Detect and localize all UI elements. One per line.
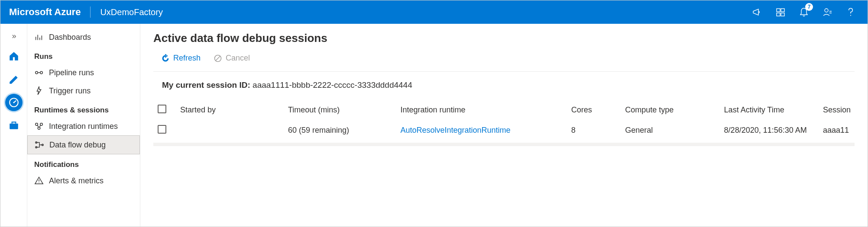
tenant[interactable]: UxDemoFactory [91, 7, 162, 17]
nav-rail: » [0, 24, 27, 227]
pipeline-icon [34, 68, 44, 77]
toolbar: Refresh Cancel [153, 52, 855, 70]
session-id-label: My current session ID: [162, 80, 250, 90]
monitor-icon[interactable] [5, 94, 23, 111]
sidebar-item-pipeline-runs[interactable]: Pipeline runs [27, 64, 140, 82]
refresh-button[interactable]: Refresh [161, 54, 201, 63]
sidebar-label: Integration runtimes [49, 122, 118, 131]
home-icon[interactable] [5, 47, 23, 65]
cell-session: aaaa11 [819, 119, 855, 142]
sidebar-label: Alerts & metrics [49, 176, 104, 185]
sidebar: Dashboards Runs Pipeline runs Trigger ru… [27, 24, 140, 227]
svg-point-9 [36, 71, 38, 74]
sidebar-item-dashboards[interactable]: Dashboards [27, 28, 140, 46]
cancel-label: Cancel [226, 54, 250, 63]
sidebar-label: Pipeline runs [49, 68, 94, 77]
ir-icon [34, 121, 44, 131]
table-row[interactable]: 60 (59 remaining) AutoResolveIntegration… [153, 119, 855, 142]
cell-compute-type: General [621, 119, 719, 142]
svg-rect-0 [777, 9, 780, 12]
col-integration-runtime[interactable]: Integration runtime [396, 101, 567, 119]
sidebar-label: Dashboards [49, 33, 91, 42]
divider [153, 71, 855, 72]
cell-timeout: 60 (59 remaining) [284, 119, 396, 142]
select-all-checkbox[interactable] [158, 105, 166, 113]
svg-rect-2 [777, 13, 780, 16]
sidebar-item-data-flow-debug[interactable]: Data flow debug [27, 135, 140, 154]
notification-badge: 7 [805, 3, 813, 11]
sidebar-label: Trigger runs [49, 86, 91, 96]
sidebar-item-integration-runtimes[interactable]: Integration runtimes [27, 117, 140, 135]
account-icon[interactable] [816, 0, 839, 24]
session-id-value: aaaa1111-bbbb-2222-ccccc-3333dddd4444 [253, 80, 412, 90]
brand: Microsoft Azure [9, 6, 91, 18]
cell-last-activity: 8/28/2020, 11:56:30 AM [720, 119, 819, 142]
top-bar: Microsoft Azure UxDemoFactory 7 [0, 0, 868, 24]
trigger-icon [34, 86, 44, 96]
chart-icon [34, 32, 44, 42]
refresh-label: Refresh [173, 54, 201, 63]
col-compute-type[interactable]: Compute type [621, 101, 719, 119]
help-icon[interactable] [839, 0, 862, 24]
manage-icon[interactable] [5, 116, 23, 134]
svg-point-4 [825, 9, 828, 12]
cell-started-by [176, 119, 284, 142]
svg-point-13 [38, 127, 40, 130]
expand-rail-icon[interactable]: » [0, 27, 27, 45]
dataflow-icon [35, 140, 44, 150]
row-checkbox[interactable] [158, 125, 166, 134]
cancel-icon [214, 54, 222, 63]
page-title: Active data flow debug sessions [153, 32, 855, 45]
sessions-table: Started by Timeout (mins) Integration ru… [153, 101, 855, 142]
cancel-button: Cancel [214, 54, 250, 63]
col-timeout[interactable]: Timeout (mins) [284, 101, 396, 119]
col-session[interactable]: Session [819, 101, 855, 119]
main-content: Active data flow debug sessions Refresh … [140, 24, 868, 227]
sidebar-section-notifications: Notifications [27, 154, 140, 172]
col-started-by[interactable]: Started by [176, 101, 284, 119]
col-cores[interactable]: Cores [567, 101, 621, 119]
cell-cores: 8 [567, 119, 621, 142]
feedback-icon[interactable] [769, 0, 792, 24]
horizontal-scrollbar[interactable] [153, 143, 855, 146]
svg-point-17 [39, 182, 39, 183]
svg-point-5 [850, 15, 851, 16]
svg-point-10 [40, 71, 43, 74]
notifications-icon[interactable]: 7 [792, 0, 816, 24]
sidebar-item-trigger-runs[interactable]: Trigger runs [27, 82, 140, 100]
table-header-row: Started by Timeout (mins) Integration ru… [153, 101, 855, 119]
col-last-activity[interactable]: Last Activity Time [720, 101, 819, 119]
svg-rect-1 [781, 9, 784, 12]
cell-integration-runtime-link[interactable]: AutoResolveIntegrationRuntime [400, 126, 510, 134]
svg-rect-8 [10, 124, 18, 129]
announce-icon[interactable] [745, 0, 769, 24]
sidebar-section-runs: Runs [27, 46, 140, 64]
refresh-icon [161, 54, 170, 63]
alert-icon [34, 176, 44, 185]
svg-rect-3 [781, 13, 784, 16]
svg-point-7 [13, 102, 14, 103]
sidebar-item-alerts[interactable]: Alerts & metrics [27, 172, 140, 190]
sidebar-label: Data flow debug [49, 141, 106, 150]
author-icon[interactable] [5, 70, 23, 89]
sidebar-section-runtimes: Runtimes & sessions [27, 100, 140, 117]
session-id-row: My current session ID: aaaa1111-bbbb-222… [153, 80, 855, 101]
